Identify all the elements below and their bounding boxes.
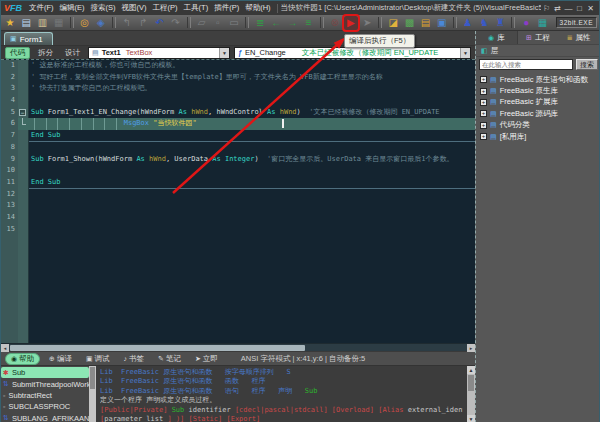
close-icon[interactable]: ✕: [585, 2, 596, 15]
help-scrollbar[interactable]: ▲ ▼: [467, 366, 475, 422]
user-tool-icon-1[interactable]: ♟: [461, 16, 475, 30]
chevron-down-icon[interactable]: ▼: [219, 48, 229, 58]
expand-plus-icon[interactable]: +: [480, 99, 487, 106]
menu-item-project[interactable]: 工程(P): [150, 3, 181, 13]
message-icon[interactable]: ▣: [435, 16, 449, 30]
code-line: 1' 这是标准的工程模板，你也可做自己的模板。: [1, 60, 475, 72]
panel-tab-properties[interactable]: ≣属性: [558, 31, 599, 44]
expand-plus-icon[interactable]: +: [480, 133, 487, 140]
scroll-right-icon[interactable]: ▸: [467, 344, 475, 352]
panel-tab-project[interactable]: ⊞工程: [518, 31, 559, 44]
undo-icon[interactable]: ↶: [152, 16, 166, 30]
code-segment: End Sub: [31, 178, 61, 186]
fold-column: [18, 72, 29, 84]
expand-plus-icon[interactable]: +: [480, 76, 487, 83]
fold-guide-line: [22, 118, 26, 125]
menu-item-view[interactable]: 视图(V): [119, 3, 150, 13]
library-tree-item[interactable]: +▤FreeBasic 原生语句和函数: [476, 74, 599, 85]
editor-status-text: ANSI 字符模式 | x:41,y:6 | 自动备份:5: [241, 354, 365, 364]
toolbar-separator: [112, 17, 116, 28]
object-selector-combo[interactable]: ▤ Text1 TextBox ▼: [88, 47, 230, 59]
scroll-down-icon[interactable]: ▼: [467, 415, 475, 422]
scrollbar-thumb[interactable]: [10, 345, 305, 351]
code-view-button[interactable]: 代码: [5, 47, 30, 59]
bottom-tab-help[interactable]: ◉帮助: [5, 353, 40, 365]
keyword-list-item[interactable]: ▫SubtractRect: [1, 390, 89, 401]
bottom-tab-notes[interactable]: ✎笔记: [153, 353, 186, 365]
design-view-button[interactable]: 设计: [61, 47, 84, 59]
feedback-icon[interactable]: ⚐: [541, 2, 552, 15]
fold-collapse-icon[interactable]: −: [19, 109, 26, 116]
library-tree-item[interactable]: +▤代码分类: [476, 120, 599, 131]
bottom-tab-label: 书签: [129, 354, 144, 364]
new-file-icon[interactable]: ▤: [19, 16, 33, 30]
chevron-down-icon[interactable]: ▼: [460, 48, 470, 58]
user-tool-icon-3[interactable]: ♜: [493, 16, 507, 30]
scrollbar-thumb[interactable]: [468, 375, 474, 391]
help-book-icon[interactable]: ▤: [418, 16, 432, 30]
scroll-up-icon[interactable]: ▲: [467, 366, 475, 374]
expand-plus-icon[interactable]: +: [480, 110, 487, 117]
maximize-icon[interactable]: □: [574, 2, 585, 15]
user-tool-icon-2[interactable]: ♞: [477, 16, 491, 30]
run-compile-icon[interactable]: ▶: [344, 16, 358, 30]
bottom-tab-debug[interactable]: ▣调试: [81, 353, 115, 365]
theme-ball-icon[interactable]: ●: [519, 16, 533, 30]
library-tree-item[interactable]: +▤FreeBasic 原生库: [476, 85, 599, 96]
comment-icon[interactable]: ≣: [253, 16, 267, 30]
bottom-tab-immediate[interactable]: ➤立即: [190, 353, 223, 365]
tab-form1[interactable]: ▣ Form1: [4, 32, 53, 45]
search-input[interactable]: [479, 59, 573, 70]
code-text: End Sub: [29, 177, 475, 189]
library-file-icon: ▤: [490, 133, 497, 141]
window-title: 当快软件园1 [C:\Users\Administrator\Desktop\新…: [281, 3, 541, 13]
scrollbar-thumb[interactable]: [90, 367, 95, 389]
grid-icon[interactable]: ▦: [535, 16, 549, 30]
favorites-icon[interactable]: ★: [3, 16, 17, 30]
keyword-list-item[interactable]: ✱Sub: [1, 367, 89, 378]
menu-item-search[interactable]: 搜索(S): [88, 3, 119, 13]
image-manager-icon[interactable]: ▩: [402, 16, 416, 30]
panel-tab-label: 工程: [535, 33, 550, 43]
menu-item-help[interactable]: 帮助(H): [242, 3, 273, 13]
step-icon: ➤: [360, 16, 374, 30]
library-tree-item[interactable]: +▤[私用库]: [476, 131, 599, 142]
expand-plus-icon[interactable]: +: [480, 88, 487, 95]
indent-icon[interactable]: →: [285, 16, 299, 30]
help-text-segment: [cdecl|pascal|stdcall] [Overload] [Alias: [235, 406, 408, 414]
scroll-left-icon[interactable]: ◂: [1, 344, 9, 352]
menu-item-plugins[interactable]: 插件(P): [211, 3, 242, 13]
search-icon[interactable]: ◎: [78, 16, 92, 30]
bottom-tab-compile[interactable]: ⊕编译: [44, 353, 77, 365]
menu-item-tools[interactable]: 工具(T): [181, 3, 212, 13]
library-tree-item[interactable]: +▤FreeBasic 扩展库: [476, 97, 599, 108]
search-button[interactable]: 搜索: [576, 59, 598, 70]
library-tree-item[interactable]: +▤FreeBasic 源码库: [476, 108, 599, 119]
code-segment: ' 这是标准的工程模板，你也可做自己的模板。: [31, 61, 179, 69]
help-text-segment: Sub: [172, 406, 185, 414]
menu-item-edit[interactable]: 编辑(E): [57, 3, 88, 13]
outdent-icon[interactable]: ←: [269, 16, 283, 30]
bottom-tab-bookmark[interactable]: ♪书签: [119, 353, 150, 365]
keyword-list-scrollbar[interactable]: [89, 366, 96, 422]
keyword-list-item[interactable]: ▫SUBCLASSPROC: [1, 401, 89, 412]
expand-plus-icon[interactable]: +: [480, 122, 487, 129]
code-editor[interactable]: 1' 这是标准的工程模板，你也可做自己的模板。2' 写好工程，复制全部文件到VF…: [1, 59, 475, 343]
keyword-list-item[interactable]: ⇅SUBLANG_AFRIKAANS_S: [1, 413, 89, 422]
open-file-icon[interactable]: ▥: [35, 16, 49, 30]
fold-column: −: [18, 107, 29, 119]
format-icon[interactable]: ≡: [302, 16, 316, 30]
resource-folder-icon[interactable]: ◪: [386, 16, 400, 30]
replace-icon[interactable]: ◈: [94, 16, 108, 30]
minimize-icon[interactable]: —: [563, 2, 574, 15]
bottom-tab-bar: ◉帮助⊕编译▣调试♪书签✎笔记➤立即ANSI 字符模式 | x:41,y:6 |…: [1, 351, 475, 365]
split-view-button[interactable]: 拆分: [34, 47, 57, 59]
panel-tab-library[interactable]: ◉库: [476, 31, 518, 44]
event-selector-combo[interactable]: ƒ EN_Change 文本已经被修改（修改期间 EN_UPDATE ▼: [234, 47, 471, 59]
nav-forward-icon: ↱: [136, 16, 150, 30]
library-tree-label: FreeBasic 原生语句和函数: [500, 75, 588, 85]
layout-icon[interactable]: ⇄: [552, 2, 563, 15]
menu-item-file[interactable]: 文件(F): [26, 3, 57, 13]
keyword-list-item[interactable]: ⇅SubmitThreadpoolWork: [1, 378, 89, 389]
editor-horizontal-scrollbar[interactable]: ◂ ▸: [1, 343, 475, 351]
